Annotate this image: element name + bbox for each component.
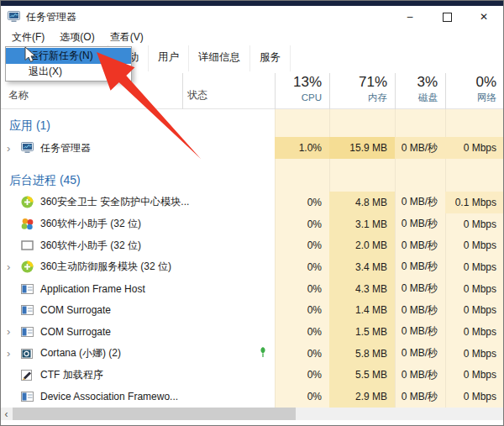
task-manager-icon [21,142,35,154]
column-header-memory[interactable]: 71% 内存 [329,73,395,109]
table-row[interactable]: › 任务管理器 1.0% 15.9 MB 0 MB/秒 0 Mbps [0,137,504,159]
window-app-icon [21,392,35,402]
memory-cell: 1.5 MB [329,321,395,343]
suspended-leaf-icon [259,346,267,361]
menu-item-exit[interactable]: 退出(X) [6,64,131,80]
expand-chevron-icon[interactable]: › [7,142,21,155]
status-cell [182,234,275,256]
process-name: 任务管理器 [40,141,91,155]
maximize-button[interactable] [428,6,465,28]
disk-cell: 0 MB/秒 [395,278,445,300]
window-app-icon [21,327,35,337]
memory-total-pct: 71% [329,73,387,92]
cpu-cell: 0% [275,365,329,387]
cpu-total-pct: 13% [275,73,322,92]
disk-cell: 0 MB/秒 [395,386,445,408]
process-name: Device Association Framewo... [40,391,178,402]
cpu-cell: 0% [275,321,329,343]
table-row[interactable]: Device Association Framewo... 0% 2.9 MB … [0,386,504,408]
table-row[interactable]: 360安全卫士 安全防护中心模块... 0% 4.8 MB 0 MB/秒 0.1… [0,192,504,213]
memory-cell: 2.0 MB [329,234,395,256]
group-header-background[interactable]: 后台进程 (45) [0,169,269,191]
status-cell [182,299,275,321]
cpu-cell: 1.0% [275,137,329,159]
process-name: 360安全卫士 安全防护中心模块... [40,195,189,209]
pen-icon [21,369,35,381]
memory-cell: 4.8 MB [329,192,395,213]
pinwheel-icon [21,218,35,230]
process-name: Application Frame Host [40,283,145,295]
column-header-status[interactable]: 状态 [187,88,207,103]
menu-file[interactable]: 文件(F) [4,28,52,47]
cpu-cell: 0% [275,343,329,365]
network-cell: 0 Mbps [445,213,504,235]
disk-cell: 0 MB/秒 [395,234,445,256]
status-cell [182,321,275,343]
cpu-cell: 0% [275,213,329,235]
memory-cell: 5.8 MB [329,343,395,365]
close-button[interactable]: ✕ [465,6,502,28]
horizontal-scrollbar[interactable]: ‹ [0,408,504,420]
status-cell [182,213,275,235]
disk-cell: 0 MB/秒 [395,365,445,387]
status-cell [182,256,275,278]
memory-cell: 5.5 MB [329,365,395,387]
process-name: COM Surrogate [40,304,111,316]
table-row[interactable]: › Cortana (小娜) (2) 0% 5.8 MB 0 MB/秒 0 Mb… [0,343,504,365]
menu-view[interactable]: 查看(V) [102,28,151,47]
network-cell: 0 Mbps [445,256,504,278]
network-cell: 0.1 Mbps [445,192,504,213]
network-cell: 0 Mbps [445,234,504,256]
column-separator [182,73,183,109]
file-menu-dropdown: 运行新任务(N) 退出(X) [5,46,132,82]
memory-cell: 3.1 MB [329,213,395,235]
network-cell: 0 Mbps [445,137,504,159]
menu-item-run-new-task[interactable]: 运行新任务(N) [6,48,131,64]
table-row[interactable]: COM Surrogate 0% 1.4 MB 0 MB/秒 0 Mbps [0,299,504,321]
table-row[interactable]: 360软件小助手 (32 位) 0% 2.0 MB 0 MB/秒 0 Mbps [0,234,504,256]
disk-total-pct: 3% [395,73,438,92]
tab-details[interactable]: 详细信息 [189,45,250,71]
scrollbar-thumb[interactable] [13,408,296,420]
process-name: Cortana (小娜) (2) [40,346,121,360]
table-row[interactable]: › 360主动防御服务模块 (32 位) 0% 3.4 MB 0 MB/秒 0 … [0,256,504,278]
cpu-cell: 0% [275,256,329,278]
table-row[interactable]: CTF 加载程序 0% 5.5 MB 0 MB/秒 0 Mbps [0,365,504,387]
network-cell: 0 Mbps [445,386,504,408]
disk-cell: 0 MB/秒 [395,137,445,159]
network-cell: 0 Mbps [445,343,504,365]
maximize-icon [443,13,452,22]
cpu-cell: 0% [275,299,329,321]
expand-chevron-icon[interactable]: › [7,325,21,338]
shield-360-icon [21,196,35,208]
column-header-disk[interactable]: 3% 磁盘 [395,73,445,109]
column-header-cpu[interactable]: 13% CPU [275,73,329,109]
tab-services[interactable]: 服务 [250,45,291,71]
column-header-name[interactable]: 名称 [8,88,29,103]
cpu-cell: 0% [275,386,329,408]
process-list: 应用 (1) › 任务管理器 1.0% 15.9 MB 0 MB/秒 0 Mbp… [0,109,504,408]
expand-chevron-icon[interactable]: › [7,347,21,360]
window-outline-icon [21,240,35,250]
cpu-cell: 0% [275,192,329,213]
expand-chevron-icon[interactable]: › [7,260,21,273]
menu-options[interactable]: 选项(O) [52,28,102,47]
group-header-apps[interactable]: 应用 (1) [0,114,269,136]
background-window-strip [0,0,504,6]
window-title: 任务管理器 [26,10,76,24]
scroll-left-arrow-icon[interactable]: ‹ [0,408,13,420]
network-cell: 0 Mbps [445,278,504,300]
memory-cell: 1.4 MB [329,299,395,321]
process-name: CTF 加载程序 [40,368,103,382]
status-cell [182,192,275,213]
minimize-button[interactable]: – [391,6,428,28]
table-row[interactable]: 360软件小助手 (32 位) 0% 3.1 MB 0 MB/秒 0 Mbps [0,213,504,235]
column-header-network[interactable]: 0% 网络 [445,73,504,109]
process-name: 360主动防御服务模块 (32 位) [40,260,171,274]
memory-cell: 4.3 MB [329,278,395,300]
memory-cell: 15.9 MB [329,137,395,159]
process-name: 360软件小助手 (32 位) [40,217,141,231]
table-row[interactable]: › COM Surrogate 0% 1.5 MB 0 MB/秒 0 Mbps [0,321,504,343]
table-row[interactable]: Application Frame Host 0% 4.3 MB 0 MB/秒 … [0,278,504,300]
tab-users[interactable]: 用户 [149,45,189,71]
